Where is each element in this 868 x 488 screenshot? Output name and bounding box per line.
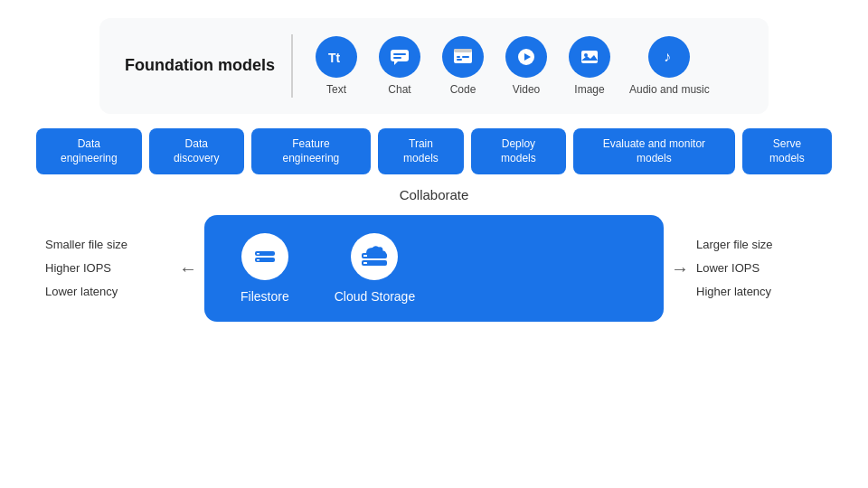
svg-rect-1 — [391, 50, 409, 61]
pipeline-row: Data engineering Data discovery Feature … — [36, 128, 832, 174]
step-data-engineering: Data engineering — [36, 128, 142, 174]
filestore-label: Filestore — [241, 289, 289, 304]
storage-left-labels: Smaller file size Higher IOPS Lower late… — [45, 237, 172, 301]
image-icon-circle — [569, 36, 610, 78]
storage-right-labels: Larger file size Lower IOPS Higher laten… — [696, 237, 823, 301]
model-icon-audio: ♪ Audio and music — [629, 36, 710, 96]
model-icon-image: Image — [566, 36, 613, 96]
step-train-models: Train models — [378, 128, 464, 174]
label-higher-iops: Higher IOPS — [45, 260, 172, 277]
chat-label: Chat — [388, 83, 410, 96]
text-icon-circle: Tt — [316, 36, 357, 78]
svg-rect-9 — [457, 59, 462, 61]
svg-marker-2 — [394, 61, 398, 65]
label-lower-iops: Lower IOPS — [696, 260, 823, 277]
label-higher-latency: Higher latency — [696, 284, 823, 300]
code-label: Code — [450, 83, 476, 96]
text-label: Text — [326, 83, 346, 96]
step-deploy-models: Deploy models — [471, 128, 566, 174]
storage-box: Filestore Cloud Storage — [204, 215, 664, 322]
filestore-item: Filestore — [241, 233, 289, 304]
filestore-icon — [241, 233, 288, 280]
svg-rect-7 — [457, 56, 460, 58]
cloud-storage-label: Cloud Storage — [335, 289, 416, 304]
label-lower-latency: Lower latency — [45, 284, 172, 300]
svg-rect-22 — [363, 255, 367, 257]
audio-label: Audio and music — [629, 83, 710, 96]
svg-rect-3 — [393, 53, 406, 55]
cloud-storage-item: Cloud Storage — [335, 233, 416, 304]
image-label: Image — [574, 83, 604, 96]
video-label: Video — [513, 83, 540, 96]
model-icon-text: Tt Text — [313, 36, 360, 96]
model-icon-video: Video — [503, 36, 550, 96]
label-smaller-file: Smaller file size — [45, 237, 172, 253]
foundation-title: Foundation models — [125, 55, 275, 76]
left-arrow-icon: ← — [179, 258, 197, 279]
cloud-storage-icon — [351, 233, 398, 280]
svg-text:♪: ♪ — [664, 49, 671, 64]
svg-rect-6 — [454, 49, 472, 52]
foundation-divider — [291, 34, 293, 98]
step-feature-engineering: Feature engineering — [251, 128, 371, 174]
model-icon-chat: Chat — [376, 36, 423, 96]
right-arrow-container: → — [664, 258, 696, 279]
svg-rect-23 — [363, 262, 367, 264]
storage-row: Smaller file size Higher IOPS Lower late… — [45, 215, 823, 322]
chat-icon-circle — [379, 36, 420, 78]
foundation-section: Foundation models Tt Text — [99, 18, 769, 114]
svg-text:Tt: Tt — [328, 51, 341, 65]
svg-rect-19 — [257, 259, 259, 261]
step-evaluate-monitor: Evaluate and monitor models — [573, 128, 735, 174]
svg-rect-4 — [393, 57, 401, 59]
left-arrow-container: ← — [172, 258, 204, 279]
label-larger-file: Larger file size — [696, 237, 823, 253]
step-data-discovery: Data discovery — [149, 128, 244, 174]
model-icons: Tt Text Chat — [313, 36, 710, 96]
model-icon-code: Code — [439, 36, 486, 96]
svg-rect-18 — [257, 253, 259, 255]
video-icon-circle — [505, 36, 547, 78]
main-container: Foundation models Tt Text — [0, 0, 868, 488]
audio-icon-circle: ♪ — [648, 36, 690, 78]
right-arrow-icon: → — [671, 258, 689, 279]
code-icon-circle — [442, 36, 484, 78]
svg-rect-8 — [462, 56, 469, 58]
collaborate-label: Collaborate — [400, 187, 469, 202]
step-serve-models: Serve models — [742, 128, 832, 174]
